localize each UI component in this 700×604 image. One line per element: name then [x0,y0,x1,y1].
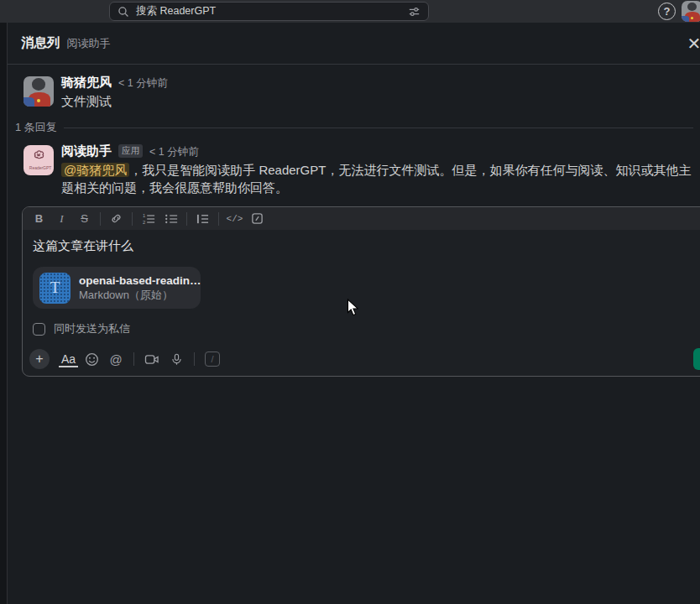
thread-header: 消息列 阅读助手 ✕ [8,23,700,65]
microphone-icon[interactable] [165,349,187,369]
user-avatar[interactable] [682,1,700,22]
formatting-toolbar: B I S 1 2 [23,207,700,230]
emoji-icon[interactable] [81,349,102,369]
also-send-dm-checkbox[interactable] [33,323,45,336]
ordered-list-icon[interactable]: 1 2 [137,210,159,228]
top-navigation-bar: 搜索 ReaderGPT ? [0,0,700,23]
user-mention[interactable]: @骑猪兜风 [61,163,129,177]
attach-plus-button[interactable]: + [29,349,50,369]
toolbar-divider [100,212,101,226]
also-send-dm-row: 同时发送为私信 [33,321,700,336]
attachment-filename: openai-based-readin… [79,273,201,288]
strikethrough-button[interactable]: S [73,210,96,228]
draft-message-text[interactable]: 这篇文章在讲什么 [33,237,700,254]
reply-message-timestamp[interactable]: < 1 分钟前 [149,145,199,159]
search-query-text: 搜索 ReaderGPT [136,4,401,18]
svg-text:2: 2 [142,219,144,224]
markdown-file-icon: T [39,273,71,304]
message-composer: B I S 1 2 [22,206,700,377]
root-message: 骑猪兜风 < 1 分钟前 文件测试 [8,75,700,110]
toolbar-divider [133,352,134,366]
help-icon[interactable]: ? [658,3,676,20]
divider-line [64,128,693,128]
inline-code-button[interactable]: </> [223,210,246,228]
composer-action-bar: + Aa @ [23,343,700,376]
reply-count-label: 1 条回复 [15,120,57,135]
root-message-text: 文件测试 [61,92,700,110]
bulleted-list-icon[interactable] [159,210,182,228]
search-filters-icon[interactable] [408,6,421,18]
send-button[interactable] [693,348,700,370]
page-title: 消息列 [21,34,60,52]
link-icon[interactable] [105,210,128,228]
root-author-avatar[interactable] [24,76,54,107]
message-list: 骑猪兜风 < 1 分钟前 文件测试 1 条回复 ReaderGPT 阅读助手 应… [8,65,700,196]
toolbar-divider [194,352,195,366]
thread-channel-name: 阅读助手 [67,36,111,51]
reply-message: ReaderGPT 阅读助手 应用 < 1 分钟前 @骑猪兜风，我只是智能阅读助… [8,143,700,196]
root-author-name[interactable]: 骑猪兜风 [61,75,112,91]
svg-text:1: 1 [142,213,144,218]
reply-count-divider: 1 条回复 [15,120,693,135]
close-icon[interactable]: ✕ [680,29,700,58]
reply-text-body: ，我只是智能阅读助手 ReaderGPT，无法进行文件测试。但是，如果你有任何与… [61,163,691,195]
attachment-filetype: Markdown（原始） [79,288,201,302]
thread-panel: 消息列 阅读助手 ✕ 骑猪兜风 < 1 分钟前 文件测试 1 条回复 [7,23,700,604]
app-badge: 应用 [118,144,143,158]
bot-avatar[interactable]: ReaderGPT [24,145,54,175]
toolbar-divider [218,212,219,226]
formatting-toggle-button[interactable]: Aa [59,351,78,367]
blockquote-icon[interactable] [191,210,214,228]
reply-message-text: @骑猪兜风，我只是智能阅读助手 ReaderGPT，无法进行文件测试。但是，如果… [61,161,700,196]
toolbar-divider [132,212,133,226]
bold-button[interactable]: B [28,210,50,228]
search-input[interactable]: 搜索 ReaderGPT [109,2,429,21]
bot-avatar-caption: ReaderGPT [29,166,48,171]
italic-button[interactable]: I [50,210,73,228]
composer-input-area[interactable]: 这篇文章在讲什么 T openai-based-readin… Markdown… [23,230,700,343]
root-message-timestamp[interactable]: < 1 分钟前 [118,76,168,91]
mention-at-icon[interactable]: @ [105,349,127,369]
reply-author-name[interactable]: 阅读助手 [61,143,112,159]
search-icon [118,6,129,18]
toolbar-divider [186,212,187,226]
slash-commands-icon[interactable]: / [205,351,220,367]
file-attachment-card[interactable]: T openai-based-readin… Markdown（原始） [33,267,201,309]
video-icon[interactable] [141,349,163,369]
code-block-icon[interactable] [246,210,269,228]
also-send-dm-label: 同时发送为私信 [54,321,130,336]
